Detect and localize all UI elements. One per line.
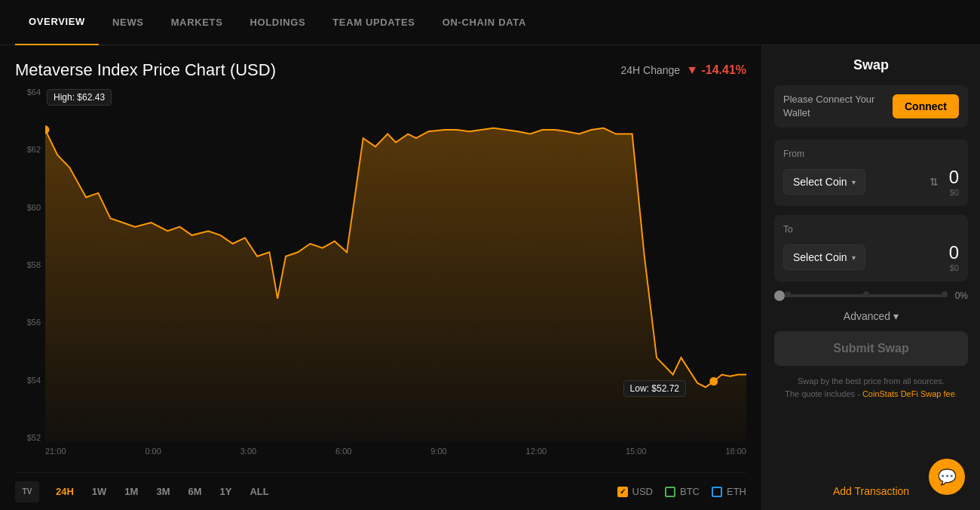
- currency-btc[interactable]: BTC: [665, 486, 700, 497]
- add-transaction-link[interactable]: Add Transaction: [833, 485, 909, 497]
- to-coin-row: Select Coin ▾ 0 $0: [783, 242, 959, 272]
- usd-checkbox[interactable]: ✓: [617, 487, 628, 497]
- time-btn-1y[interactable]: 1Y: [213, 483, 240, 500]
- time-controls: TV 24H 1W 1M 3M 6M 1Y ALL: [15, 481, 277, 502]
- y-label-60: $60: [15, 203, 45, 212]
- tradingview-icon: TV: [15, 481, 39, 502]
- y-label-52: $52: [15, 433, 45, 442]
- time-btn-1m[interactable]: 1M: [117, 483, 145, 500]
- from-amount-usd: $0: [949, 188, 959, 197]
- chart-controls: TV 24H 1W 1M 3M 6M 1Y ALL ✓ USD BTC: [15, 472, 746, 510]
- from-section: From Select Coin ▾ ⇅ 0 $0: [774, 140, 968, 206]
- eth-checkbox[interactable]: [712, 487, 722, 497]
- y-label-58: $58: [15, 260, 45, 269]
- nav-overview[interactable]: OVERVIEW: [15, 0, 99, 45]
- btc-label: BTC: [680, 486, 700, 497]
- nav-onchain-data[interactable]: ON-CHAIN DATA: [429, 0, 540, 45]
- from-label: From: [783, 149, 959, 159]
- nav-news[interactable]: NEWS: [99, 0, 158, 45]
- slider-row: 0%: [774, 290, 968, 301]
- to-amount-col: 0 $0: [949, 242, 959, 272]
- from-coin-row: Select Coin ▾ ⇅ 0 $0: [783, 167, 959, 197]
- to-amount-usd: $0: [949, 263, 959, 272]
- from-amount-value: 0: [949, 167, 959, 188]
- defi-swap-fee-link[interactable]: CoinStats DeFi Swap fee: [862, 389, 955, 398]
- nav-markets[interactable]: MARKETS: [158, 0, 237, 45]
- from-coin-label: Select Coin: [793, 176, 847, 188]
- currency-usd[interactable]: ✓ USD: [617, 486, 653, 497]
- connect-wallet-button[interactable]: Connect: [893, 94, 959, 118]
- to-amount-value: 0: [949, 242, 959, 263]
- swap-panel: Swap Please Connect Your Wallet Connect …: [761, 45, 980, 510]
- eth-label: ETH: [727, 486, 746, 497]
- currency-controls: ✓ USD BTC ETH: [617, 486, 746, 497]
- chart-wrapper: $64 $62 $60 $58 $56 $54 $52: [15, 88, 746, 472]
- from-chevron-down-icon: ▾: [852, 178, 856, 186]
- time-btn-1w[interactable]: 1W: [84, 483, 115, 500]
- x-label-15: 15:00: [626, 447, 647, 456]
- advanced-chevron-icon: ▾: [893, 310, 899, 322]
- y-label-62: $62: [15, 145, 45, 154]
- usd-label: USD: [632, 486, 653, 497]
- y-label-54: $54: [15, 376, 45, 385]
- currency-eth[interactable]: ETH: [712, 486, 746, 497]
- swap-info: Swap by the best price from all sources.…: [774, 375, 968, 400]
- x-label-21: 21:00: [45, 447, 66, 456]
- chart-title: Metaverse Index Price Chart (USD): [15, 60, 276, 80]
- x-label-0: 0:00: [145, 447, 161, 456]
- swap-info-text-1: Swap by the best price from all sources.: [798, 376, 945, 386]
- low-dot: [709, 377, 718, 386]
- x-label-12: 12:00: [526, 447, 547, 456]
- chart-header: Metaverse Index Price Chart (USD) 24H Ch…: [15, 60, 746, 80]
- to-select-coin-button[interactable]: Select Coin ▾: [783, 244, 865, 270]
- time-btn-6m[interactable]: 6M: [180, 483, 209, 500]
- y-axis: $64 $62 $60 $58 $56 $54 $52: [15, 88, 45, 442]
- to-coin-label: Select Coin: [793, 251, 847, 263]
- price-chart: [45, 88, 746, 442]
- navigation: OVERVIEW NEWS MARKETS HOLDINGS TEAM UPDA…: [0, 0, 980, 45]
- time-btn-all[interactable]: ALL: [242, 483, 276, 500]
- time-btn-3m[interactable]: 3M: [149, 483, 177, 500]
- x-label-3: 3:00: [240, 447, 256, 456]
- change-badge: 24H Change ▼ -14.41%: [621, 63, 747, 77]
- swap-info-end: .: [955, 389, 957, 398]
- swap-info-text-2: The quote includes -: [785, 389, 862, 398]
- btc-checkbox[interactable]: [665, 487, 675, 497]
- to-label: To: [783, 224, 959, 235]
- slider-dot-1: [785, 291, 791, 297]
- main-content: Metaverse Index Price Chart (USD) 24H Ch…: [0, 45, 980, 510]
- swap-title: Swap: [774, 57, 968, 73]
- nav-team-updates[interactable]: TEAM UPDATES: [319, 0, 428, 45]
- high-dot: [45, 125, 49, 134]
- chart-svg-container: High: $62.43 Low: $52.72: [45, 88, 746, 442]
- advanced-label: Advanced: [844, 310, 890, 322]
- slider-dots: [785, 291, 948, 297]
- x-label-9: 9:00: [430, 447, 446, 456]
- x-label-18: 18:00: [725, 447, 746, 456]
- chart-area-fill: [45, 128, 746, 442]
- connect-wallet-text: Please Connect Your Wallet: [783, 93, 893, 120]
- chat-icon: 💬: [938, 468, 957, 486]
- y-label-64: $64: [15, 88, 45, 97]
- chart-area: Metaverse Index Price Chart (USD) 24H Ch…: [0, 45, 761, 510]
- y-label-56: $56: [15, 318, 45, 327]
- chat-button[interactable]: 💬: [929, 459, 965, 495]
- to-chevron-down-icon: ▾: [852, 253, 856, 262]
- advanced-row[interactable]: Advanced ▾: [774, 310, 968, 322]
- connect-wallet-row: Please Connect Your Wallet Connect: [774, 85, 968, 128]
- change-value: ▼ -14.41%: [686, 63, 746, 77]
- x-label-6: 6:00: [335, 447, 351, 456]
- slider-track[interactable]: [774, 294, 948, 297]
- swap-arrows-icon: ⇅: [929, 176, 939, 188]
- nav-holdings[interactable]: HOLDINGS: [236, 0, 319, 45]
- slider-dot-3: [942, 291, 948, 297]
- slider-percentage: 0%: [955, 290, 968, 301]
- slider-thumb[interactable]: [774, 290, 785, 301]
- change-label: 24H Change: [621, 64, 681, 76]
- from-select-coin-button[interactable]: Select Coin ▾: [783, 169, 865, 195]
- to-section: To Select Coin ▾ 0 $0: [774, 215, 968, 281]
- time-btn-24h[interactable]: 24H: [48, 483, 81, 500]
- submit-swap-button[interactable]: Submit Swap: [774, 331, 968, 366]
- x-axis: 21:00 0:00 3:00 6:00 9:00 12:00 15:00 18…: [45, 442, 746, 472]
- from-amount-col: 0 $0: [949, 167, 959, 197]
